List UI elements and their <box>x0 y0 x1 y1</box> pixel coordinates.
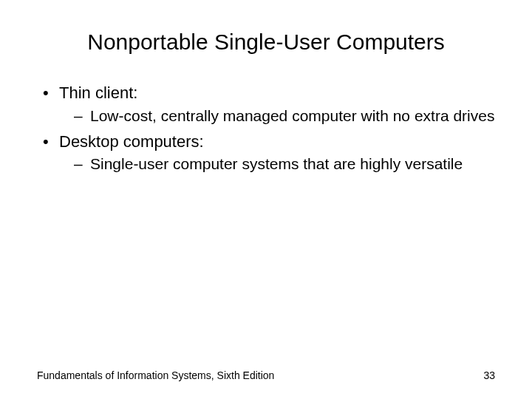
list-item: Thin client: Low-cost, centrally managed… <box>40 83 495 126</box>
slide-content: Thin client: Low-cost, centrally managed… <box>37 83 495 174</box>
list-item: Desktop computers: Single-user computer … <box>40 132 495 174</box>
bullet-list: Thin client: Low-cost, centrally managed… <box>40 83 495 174</box>
footer-page-number: 33 <box>483 369 495 381</box>
bullet-label: Desktop computers: <box>59 132 204 151</box>
sub-list-item: Single-user computer systems that are hi… <box>59 154 495 174</box>
sub-list: Single-user computer systems that are hi… <box>59 154 495 174</box>
bullet-label: Thin client: <box>59 83 137 102</box>
sub-list: Low-cost, centrally managed computer wit… <box>59 106 495 126</box>
footer-source: Fundamentals of Information Systems, Six… <box>37 369 274 381</box>
slide: Nonportable Single-User Computers Thin c… <box>0 0 532 399</box>
slide-footer: Fundamentals of Information Systems, Six… <box>37 369 495 381</box>
sub-list-item: Low-cost, centrally managed computer wit… <box>59 106 495 126</box>
slide-title: Nonportable Single-User Computers <box>37 30 495 55</box>
